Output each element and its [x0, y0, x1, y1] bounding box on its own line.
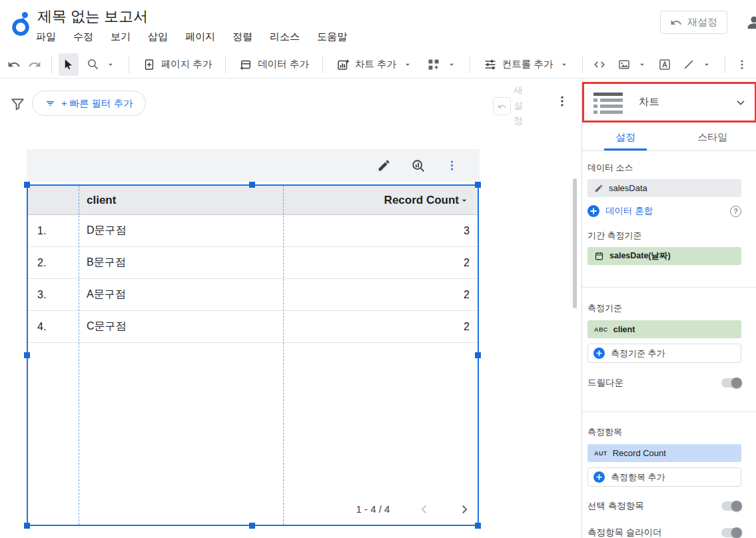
toolbar-divider — [470, 56, 470, 73]
reset-button[interactable]: 재설정 — [660, 11, 727, 34]
more-vert-icon — [446, 159, 458, 172]
pencil-icon — [377, 158, 391, 172]
record-count-column-header[interactable]: Record Count — [283, 194, 478, 207]
toolbar-divider — [51, 56, 52, 73]
pagination-prev-button[interactable] — [416, 501, 433, 518]
dimension-chip[interactable]: ABC client — [587, 320, 741, 338]
metric-slider-toggle[interactable] — [721, 528, 741, 537]
table-row: 1. D문구점 3 — [28, 215, 478, 247]
tab-style[interactable]: 스타일 — [669, 124, 756, 150]
line-tool-button[interactable] — [675, 53, 718, 76]
dimension-value: client — [613, 325, 635, 334]
properties-panel: 데이터 소스 salesData 데이터 혼합 ? 기간 측정기준 salesD… — [582, 151, 756, 538]
optional-metrics-toggle[interactable] — [721, 501, 741, 511]
toolbar-more-button[interactable] — [732, 53, 752, 76]
toolbar-divider — [129, 56, 129, 73]
date-dimension-chip[interactable]: salesDate(날짜) — [587, 247, 741, 265]
menu-bar: 파일 수정 보기 삽입 페이지 정렬 리소스 도움말 — [36, 31, 347, 43]
explore-chart-button[interactable] — [411, 158, 426, 173]
chart-type-selector[interactable]: 차트 — [582, 82, 756, 123]
dropdown-caret-icon — [560, 60, 569, 69]
table-header-row: client Record Count — [28, 186, 478, 215]
section-divider — [582, 411, 756, 412]
main-toolbar: 페이지 추가 데이터 추가 차트 추가 컨트롤 추가 — [0, 51, 756, 79]
selection-handle[interactable] — [475, 352, 481, 358]
menu-file[interactable]: 파일 — [36, 31, 56, 43]
data-add-icon — [239, 58, 252, 71]
add-page-button[interactable]: 페이지 추가 — [136, 53, 219, 76]
sort-desc-icon — [459, 195, 470, 206]
menu-insert[interactable]: 삽입 — [148, 31, 168, 43]
data-source-chip[interactable]: salesData — [587, 179, 741, 197]
report-title[interactable]: 제목 없는 보고서 — [37, 7, 148, 27]
metric-chip[interactable]: AUT Record Count — [587, 444, 741, 462]
image-icon — [617, 58, 631, 71]
plus-circle-icon[interactable] — [587, 205, 599, 217]
add-dimension-button[interactable]: 측정기준 추가 — [587, 344, 741, 363]
metric-slider-label: 측정항목 슬라이더 — [587, 527, 662, 538]
selection-handle[interactable] — [24, 523, 30, 529]
add-quick-filter-button[interactable]: + 빠른 필터 추가 — [32, 91, 146, 116]
drilldown-toggle[interactable] — [721, 378, 741, 388]
selection-handle[interactable] — [475, 523, 481, 529]
looker-studio-logo-icon[interactable] — [9, 11, 32, 37]
filter-funnel-icon[interactable] — [9, 96, 26, 113]
tab-setup[interactable]: 설정 — [582, 124, 669, 150]
chart-mini-toolbar — [27, 149, 480, 182]
add-chart-button[interactable]: 차트 추가 — [330, 53, 419, 76]
disabled-new-setting-button: 새 설 정 — [493, 83, 523, 129]
undo-button[interactable] — [4, 53, 24, 76]
selection-handle[interactable] — [249, 523, 255, 529]
selection-handle[interactable] — [249, 182, 255, 188]
edit-chart-button[interactable] — [377, 158, 391, 172]
metric-value: Record Count — [613, 448, 666, 458]
add-control-button[interactable]: 컨트롤 추가 — [477, 53, 576, 76]
table-row: 3. A문구점 2 — [28, 279, 478, 311]
insert-image-button[interactable] — [611, 53, 653, 76]
column-guide-line — [283, 186, 284, 525]
add-metric-button[interactable]: 측정항목 추가 — [587, 467, 741, 487]
data-source-label: 데이터 소스 — [587, 162, 741, 174]
report-canvas[interactable]: + 빠른 필터 추가 새 설 정 client Record Count — [0, 79, 581, 538]
panel-tabs: 설정 스타일 — [582, 124, 756, 151]
menu-arrange[interactable]: 정렬 — [232, 31, 252, 43]
selection-handle[interactable] — [24, 182, 30, 188]
quick-filter-label: + 빠른 필터 추가 — [61, 97, 133, 110]
table-body: 1. D문구점 3 2. B문구점 2 3. A문구점 2 4. C문구점 2 — [28, 215, 478, 343]
menu-page[interactable]: 페이지 — [185, 31, 215, 43]
toggle-knob — [731, 378, 742, 388]
community-visualization-button[interactable] — [420, 53, 463, 76]
date-dimension-value: salesDate(날짜) — [609, 250, 671, 262]
menu-help[interactable]: 도움말 — [317, 31, 347, 43]
optional-metrics-label: 선택 측정항목 — [587, 500, 644, 512]
selection-handle[interactable] — [475, 182, 481, 188]
chart-more-button[interactable] — [446, 159, 458, 172]
add-data-button[interactable]: 데이터 추가 — [232, 53, 316, 76]
pagination-next-button[interactable] — [456, 501, 473, 518]
share-person-icon[interactable] — [745, 13, 756, 32]
drilldown-row: 드릴다운 — [587, 374, 741, 392]
redo-button[interactable] — [25, 53, 45, 76]
dropdown-caret-icon — [637, 60, 647, 69]
column-guide-line — [79, 186, 79, 525]
explore-chart-icon — [411, 158, 426, 173]
active-tab-underline — [604, 148, 647, 150]
client-column-header[interactable]: client — [79, 194, 283, 207]
metric-slider-row: 측정항목 슬라이더 — [587, 524, 741, 538]
text-box-button[interactable] — [655, 53, 675, 76]
help-icon[interactable]: ? — [730, 206, 741, 217]
menu-resource[interactable]: 리소스 — [270, 31, 300, 43]
select-tool-button[interactable] — [59, 53, 79, 76]
toolbar-divider — [225, 56, 226, 73]
zoom-tool-button[interactable] — [80, 53, 122, 76]
dropdown-caret-icon — [447, 60, 456, 69]
selection-handle[interactable] — [24, 352, 30, 358]
embed-code-button[interactable] — [589, 53, 609, 76]
toggle-knob — [731, 501, 742, 511]
reset-undo-icon — [670, 17, 682, 29]
menu-view[interactable]: 보기 — [111, 31, 131, 43]
canvas-scrollbar[interactable] — [573, 178, 577, 308]
menu-edit[interactable]: 수정 — [73, 31, 93, 43]
canvas-more-button[interactable] — [556, 95, 569, 108]
blend-data-link[interactable]: 데이터 혼합 — [605, 205, 653, 217]
